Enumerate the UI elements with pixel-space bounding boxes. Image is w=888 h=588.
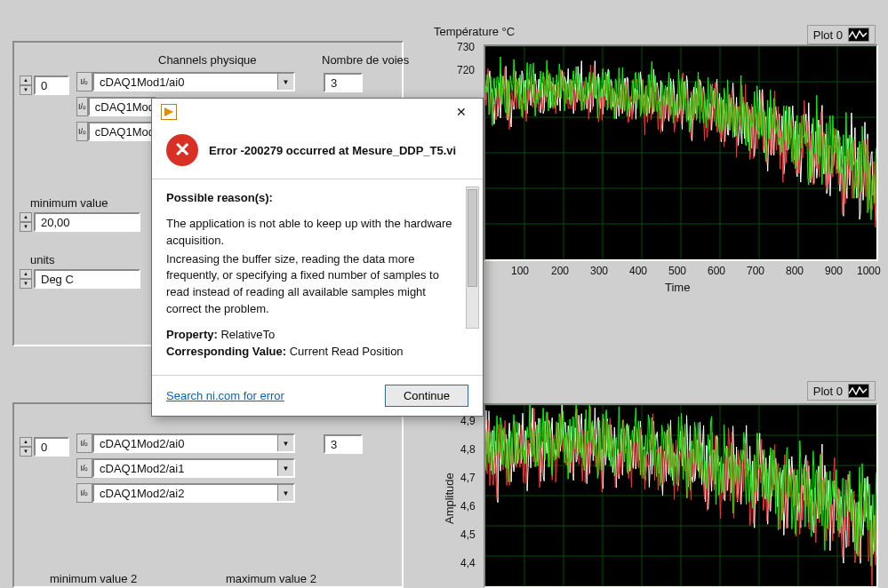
plot1-legend[interactable]: Plot 0 [807,25,876,44]
index-stepper-top[interactable]: ▲▼ [20,75,32,95]
plot2-ylabel: Amplitude [443,473,456,524]
channel-combo-text: cDAQ1Mod [95,100,155,114]
close-icon[interactable]: ✕ [449,102,474,122]
units-stepper[interactable]: ▲▼ [20,269,32,289]
plot1-xtick: 400 [629,265,647,277]
channel2-combo-0[interactable]: cDAQ1Mod2/ai0 ▼ [92,433,295,453]
channel-combo-0[interactable]: cDAQ1Mod1/ai0 ▼ [92,72,295,91]
channel-combo-text: cDAQ1Mod2/ai2 [100,487,184,500]
min-value-input[interactable]: 20,00 [34,212,140,232]
plot2-ytick: 4,4 [460,557,476,569]
chevron-down-icon[interactable]: ▼ [277,435,293,451]
channel-combo-text: cDAQ1Mod1/ai0 [100,75,184,89]
plot1-ytick: 730 [457,41,475,53]
plot1-ytick: 720 [457,64,475,76]
plot1-legend-label: Plot 0 [813,28,843,42]
search-ni-link[interactable]: Search ni.com for error [166,389,284,402]
plot1-xtick: 200 [551,265,569,277]
index-value-top[interactable]: 0 [34,75,69,95]
plot2-legend-label: Plot 0 [813,385,843,398]
max-value-2-label: maximum value 2 [226,572,316,585]
dialog-body: Possible reason(s): The application is n… [152,179,483,376]
labview-icon [161,104,177,120]
dialog-titlebar[interactable]: ✕ [152,99,483,125]
plot1-xtick: 700 [747,265,764,277]
plot1-xtick: 500 [668,265,686,277]
corr-value: Current Read Position [286,345,404,358]
plot1-area[interactable] [484,44,878,261]
plot1-xlabel: Time [665,281,690,294]
channel-combo-text: cDAQ1Mod2/ai1 [100,462,184,475]
chevron-down-icon[interactable]: ▼ [277,460,293,476]
property-value: RelativeTo [218,328,275,341]
channel-combo-2[interactable]: cDAQ1Mod [88,122,156,141]
channel-combo-text: cDAQ1Mod [95,125,155,139]
plot2-area[interactable] [484,403,878,588]
io-icon: I/₀ [76,122,88,141]
plot1-xtick: 300 [590,265,608,277]
plot1-xtick: 100 [511,265,529,277]
min-value-label: minimum value [30,196,108,210]
voies-value-top[interactable]: 3 [324,73,363,92]
io-icon: I/₀ [76,483,92,503]
waveform-icon [848,28,869,42]
chevron-down-icon[interactable]: ▼ [277,74,293,90]
io-icon: I/₀ [76,458,92,478]
min-stepper[interactable]: ▲▼ [20,212,32,232]
channel-combo-1[interactable]: cDAQ1Mod [88,97,156,116]
plot1-xtick: 1000 [857,265,881,277]
chevron-down-icon[interactable]: ▼ [277,485,293,501]
index-value-bottom[interactable]: 0 [34,437,69,457]
plot1-xtick: 900 [825,265,843,277]
error-dialog: ✕ ✕ Error -200279 occurred at Mesure_DDP… [151,98,484,417]
units-input[interactable]: Deg C [34,269,140,289]
plot1-title: Température °C [434,25,515,38]
channel2-combo-1[interactable]: cDAQ1Mod2/ai1 ▼ [92,458,295,478]
plot2-ytick: 4,6 [460,500,476,513]
error-icon: ✕ [166,134,198,166]
plot1-xtick: 800 [786,265,804,277]
io-icon: I/₀ [76,97,88,116]
scrollbar[interactable] [466,187,479,329]
plot2-legend[interactable]: Plot 0 [807,381,876,401]
plot2-ytick: 4,5 [460,528,476,541]
reasons-header: Possible reason(s): [166,190,461,207]
corr-value-label: Corresponding Value: [166,345,286,358]
units-label: units [30,253,54,266]
plot2-ytick: 4,8 [460,443,476,456]
dialog-title-text: Error -200279 occurred at Mesure_DDP_T5.… [209,144,456,157]
voies-value-bottom[interactable]: 3 [324,434,363,454]
io-icon: I/₀ [76,433,92,453]
channel2-combo-2[interactable]: cDAQ1Mod2/ai2 ▼ [92,483,295,503]
property-label: Property: [166,328,218,341]
svg-marker-34 [164,107,173,116]
channels-physique-label: Channels physique [158,53,257,67]
channel-combo-text: cDAQ1Mod2/ai0 [100,437,184,450]
dialog-body-text2: Increasing the buffer size, reading the … [166,251,461,318]
io-icon: I/₀ [76,72,92,91]
nombre-voies-label: Nombre de voies [322,53,409,67]
min-value-2-label: minimum value 2 [50,572,137,585]
plot2-ytick: 4,7 [460,472,476,484]
waveform-icon [848,384,869,398]
plot1-xtick: 600 [708,265,725,277]
plot2-ytick: 4,9 [460,415,476,427]
dialog-body-text1: The application is not able to keep up w… [166,216,461,250]
continue-button[interactable]: Continue [385,385,468,407]
index-stepper-bottom[interactable]: ▲▼ [20,437,32,457]
